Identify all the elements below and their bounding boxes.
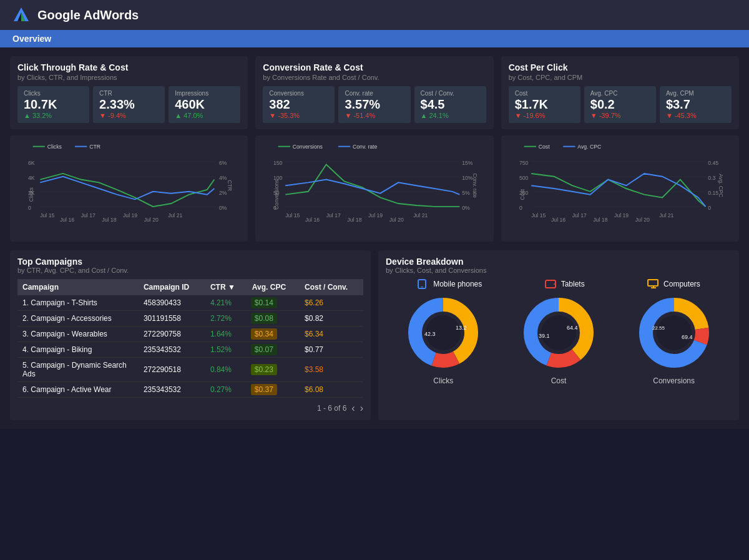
mobile-icon bbox=[417, 279, 429, 289]
conversions-donut: 22.55 69.4 bbox=[637, 295, 712, 370]
tablet-label: Tablets bbox=[561, 280, 585, 288]
ctr-value: 2.33% bbox=[99, 97, 159, 112]
col-cpc[interactable]: Avg. CPC bbox=[247, 279, 300, 295]
ctr-label: CTR bbox=[99, 90, 159, 97]
svg-text:Jul 16: Jul 16 bbox=[305, 217, 320, 223]
pagination-label: 1 - 6 of 6 bbox=[317, 404, 346, 413]
svg-text:Jul 18: Jul 18 bbox=[102, 217, 116, 223]
svg-text:Jul 21: Jul 21 bbox=[168, 212, 182, 219]
svg-text:0.3: 0.3 bbox=[708, 175, 715, 181]
clicks-change: ▲ 33.2% bbox=[24, 112, 83, 119]
campaign-cpc: $0.14 bbox=[247, 295, 300, 311]
impressions-card: Impressions 460K ▲ 47.0% bbox=[169, 86, 240, 123]
campaign-num-name: 5. Campaign - Dynamic Search Ads bbox=[17, 358, 139, 382]
campaign-cost-conv: $0.82 bbox=[300, 311, 363, 327]
clicks-donut: 42.3 13.2 bbox=[406, 295, 481, 370]
campaigns-subtitle: by CTR, Avg. CPC, and Cost / Conv. bbox=[17, 267, 363, 274]
campaign-ctr: 0.84% bbox=[205, 358, 247, 382]
click-through-subtitle: by Clicks, CTR, and Impressions bbox=[17, 74, 240, 81]
click-through-section: Click Through Rate & Cost by Clicks, CTR… bbox=[10, 56, 248, 129]
computer-legend: Computers bbox=[647, 279, 700, 289]
cost-conv-card: Cost / Conv. $4.5 ▲ 24.1% bbox=[414, 86, 486, 123]
svg-text:Cost: Cost bbox=[519, 189, 525, 200]
next-page-button[interactable]: › bbox=[360, 403, 363, 414]
clicks-ctr-chart: Clicks CTR 6K 4K 2K 0 6% 4% 2% 0% Clicks bbox=[10, 135, 248, 242]
cost-donut-label: Cost bbox=[521, 376, 596, 385]
prev-page-button[interactable]: ‹ bbox=[351, 403, 355, 414]
svg-text:Jul 18: Jul 18 bbox=[348, 217, 362, 223]
table-header-row: Campaign Campaign ID CTR ▼ Avg. CPC Cost… bbox=[17, 279, 363, 295]
campaign-id: 272290518 bbox=[139, 358, 205, 382]
conversions-label: Conversions bbox=[269, 90, 328, 97]
campaign-id: 235343532 bbox=[139, 382, 205, 398]
nav-overview[interactable]: Overview bbox=[12, 34, 51, 44]
campaign-cost-conv: $0.77 bbox=[300, 342, 363, 358]
campaign-num-name: 1. Campaign - T-Shirts bbox=[17, 295, 139, 311]
col-ctr[interactable]: CTR ▼ bbox=[205, 279, 247, 295]
svg-text:42.3: 42.3 bbox=[424, 331, 436, 337]
svg-text:0%: 0% bbox=[219, 205, 227, 211]
table-row: 5. Campaign - Dynamic Search Ads 2722905… bbox=[17, 358, 363, 382]
clicks-donut-wrap: 42.3 13.2 Clicks bbox=[406, 295, 481, 385]
device-title: Device Breakdown bbox=[386, 257, 732, 267]
svg-text:Jul 21: Jul 21 bbox=[659, 212, 673, 219]
avg-cpm-label: Avg. CPM bbox=[666, 90, 725, 97]
svg-text:Clicks: Clicks bbox=[28, 187, 34, 202]
campaign-ctr: 1.64% bbox=[205, 327, 247, 342]
svg-text:Jul 20: Jul 20 bbox=[635, 217, 649, 223]
svg-text:39.1: 39.1 bbox=[539, 333, 550, 339]
svg-text:Cost: Cost bbox=[538, 144, 549, 150]
campaign-cpc: $0.07 bbox=[247, 342, 300, 358]
campaign-cpc: $0.37 bbox=[247, 382, 300, 398]
campaigns-title: Top Campaigns bbox=[17, 257, 363, 267]
conversion-title: Conversion Rate & Cost bbox=[263, 62, 486, 72]
avg-cpm-card: Avg. CPM $3.7 ▼ -45.3% bbox=[660, 86, 732, 123]
conv-rate-value: 3.57% bbox=[345, 97, 404, 112]
table-row: 2. Campaign - Accessories 301191558 2.72… bbox=[17, 311, 363, 327]
campaign-cost-conv: $6.08 bbox=[300, 382, 363, 398]
device-subtitle: by Clicks, Cost, and Conversions bbox=[386, 267, 732, 274]
col-id[interactable]: Campaign ID bbox=[139, 279, 205, 295]
svg-text:0.15: 0.15 bbox=[708, 190, 718, 196]
campaign-ctr: 4.21% bbox=[205, 295, 247, 311]
svg-point-100 bbox=[657, 315, 692, 350]
campaign-cpc: $0.23 bbox=[247, 358, 300, 382]
svg-text:750: 750 bbox=[519, 160, 529, 166]
svg-text:Jul 15: Jul 15 bbox=[40, 212, 54, 219]
top-campaigns-section: Top Campaigns by CTR, Avg. CPC, and Cost… bbox=[10, 250, 371, 420]
cost-donut-wrap: 39.1 64.4 Cost bbox=[521, 295, 596, 385]
svg-text:Clicks: Clicks bbox=[47, 144, 62, 150]
pagination: 1 - 6 of 6 ‹ › bbox=[17, 403, 363, 414]
svg-text:Jul 19: Jul 19 bbox=[368, 212, 383, 219]
svg-text:64.4: 64.4 bbox=[567, 325, 578, 331]
campaign-cpc: $0.34 bbox=[247, 327, 300, 342]
cpc-section: Cost Per Click by Cost, CPC, and CPM Cos… bbox=[501, 56, 739, 129]
logo-icon bbox=[12, 6, 30, 24]
tablet-icon bbox=[545, 279, 557, 289]
svg-text:6%: 6% bbox=[219, 160, 227, 166]
avg-cpm-value: $3.7 bbox=[666, 97, 725, 112]
col-campaign[interactable]: Campaign bbox=[17, 279, 139, 295]
svg-text:Avg. CPC: Avg. CPC bbox=[718, 174, 724, 197]
conversions-card: Conversions 382 ▼ -35.3% bbox=[263, 86, 335, 123]
cost-cpc-chart: Cost Avg. CPC 750 500 250 0 0.45 0.3 0.1… bbox=[501, 135, 739, 242]
campaign-cost-conv: $3.58 bbox=[300, 358, 363, 382]
donut-charts-row: 42.3 13.2 Clicks 39.1 64.4 bbox=[386, 295, 732, 385]
charts-row: Clicks CTR 6K 4K 2K 0 6% 4% 2% 0% Clicks bbox=[10, 135, 739, 242]
conversions-value: 382 bbox=[269, 97, 328, 112]
mobile-legend: Mobile phones bbox=[417, 279, 482, 289]
cost-conv-change: ▲ 24.1% bbox=[421, 112, 480, 119]
svg-text:0: 0 bbox=[28, 205, 31, 211]
campaign-num-name: 2. Campaign - Accessories bbox=[17, 311, 139, 327]
svg-text:4%: 4% bbox=[219, 175, 227, 181]
svg-text:Conversions: Conversions bbox=[273, 179, 280, 210]
col-cost-conv[interactable]: Cost / Conv. bbox=[300, 279, 363, 295]
cost-value: $1.7K bbox=[515, 97, 574, 112]
svg-text:5%: 5% bbox=[463, 190, 471, 196]
svg-text:4K: 4K bbox=[28, 175, 35, 181]
cost-conv-label: Cost / Conv. bbox=[421, 90, 480, 97]
svg-text:Conv. rate: Conv. rate bbox=[353, 144, 377, 150]
svg-text:Avg. CPC: Avg. CPC bbox=[577, 144, 601, 150]
table-row: 1. Campaign - T-Shirts 458390433 4.21% $… bbox=[17, 295, 363, 311]
cost-change: ▼ -19.6% bbox=[515, 112, 574, 119]
